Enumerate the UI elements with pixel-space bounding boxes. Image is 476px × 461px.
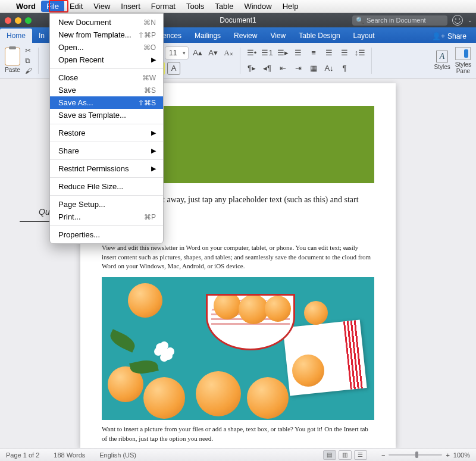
align-left-icon[interactable]: ☰ — [292, 46, 305, 59]
tab-home[interactable]: Home — [0, 29, 32, 43]
close-window-icon[interactable] — [5, 17, 11, 24]
app-menu[interactable]: Word — [11, 1, 41, 12]
paragraph-2[interactable]: Want to insert a picture from your files… — [102, 425, 374, 444]
tab-insert[interactable]: In — [32, 29, 45, 43]
menu-item-label: Close — [58, 73, 78, 82]
status-words[interactable]: 188 Words — [54, 451, 85, 459]
content-image[interactable] — [102, 277, 374, 420]
menu-tools[interactable]: Tools — [181, 1, 209, 12]
menu-format[interactable]: Format — [146, 1, 181, 12]
menu-item-restore[interactable]: Restore▶ — [50, 127, 163, 139]
format-painter-icon[interactable]: 🖌 — [25, 67, 33, 75]
zoom-slider[interactable] — [389, 454, 442, 456]
char-border-button[interactable]: A — [167, 62, 180, 75]
menu-item-save[interactable]: Save⌘S — [50, 84, 163, 96]
menu-item-properties[interactable]: Properties... — [50, 228, 163, 241]
share-icon: 👤+ — [432, 32, 445, 40]
menu-view[interactable]: View — [88, 1, 115, 12]
macos-menubar: Word File Edit View Insert Format Tools … — [0, 0, 476, 13]
tab-mailings[interactable]: Mailings — [188, 29, 227, 43]
styles-pane-button[interactable]: Styles Pane — [455, 47, 471, 74]
traffic-lights[interactable] — [5, 17, 32, 24]
shortcut-label: ⌘N — [143, 18, 156, 27]
menu-item-label: Restrict Permissions — [58, 164, 129, 173]
menu-item-open[interactable]: Open...⌘O — [50, 41, 163, 54]
line-spacing-icon[interactable]: ↕☰ — [353, 46, 367, 59]
menu-item-label: Print... — [58, 212, 81, 221]
shortcut-label: ⇧⌘P — [138, 31, 156, 39]
share-button[interactable]: 👤+Share — [427, 30, 471, 43]
tab-view[interactable]: View — [264, 29, 292, 43]
tab-table-design[interactable]: Table Design — [292, 29, 346, 43]
menu-item-new-document[interactable]: New Document⌘N — [50, 16, 163, 29]
status-page[interactable]: Page 1 of 2 — [6, 451, 39, 459]
rtl-icon[interactable]: ◂¶ — [261, 62, 274, 75]
borders-icon[interactable]: ▦ — [307, 62, 320, 75]
menu-file[interactable]: File — [41, 1, 64, 12]
zoom-control[interactable]: − + 100% — [381, 451, 470, 459]
font-size-combo[interactable]: 11 — [165, 46, 189, 59]
menu-item-save-as[interactable]: Save As...⇧⌘S — [50, 96, 163, 109]
document-title: Document1 — [220, 16, 256, 24]
search-placeholder: Search in Document — [367, 17, 426, 24]
menu-item-restrict-permissions[interactable]: Restrict Permissions▶ — [50, 162, 163, 175]
paste-icon — [5, 48, 20, 65]
grow-font-icon[interactable]: A▴ — [191, 46, 204, 59]
tab-review[interactable]: Review — [227, 29, 264, 43]
menu-edit[interactable]: Edit — [64, 1, 88, 12]
status-language[interactable]: English (US) — [99, 451, 136, 459]
paste-label: Paste — [5, 67, 20, 73]
zoom-value[interactable]: 100% — [453, 451, 470, 459]
inc-indent-icon[interactable]: ⇥ — [292, 62, 305, 75]
justify-icon[interactable]: ☰ — [338, 46, 351, 59]
menu-item-label: Reduce File Size... — [58, 182, 123, 191]
search-input[interactable]: 🔍 Search in Document — [352, 15, 447, 26]
show-marks-icon[interactable]: ¶ — [338, 62, 351, 75]
peach-graphic — [247, 377, 289, 419]
paragraph-1[interactable]: View and edit this newsletter in Word on… — [102, 243, 374, 272]
ltr-icon[interactable]: ¶▸ — [245, 62, 258, 75]
multilevel-icon[interactable]: ☰▸ — [276, 46, 289, 59]
web-layout-view-icon[interactable]: ▥ — [339, 450, 352, 460]
menu-item-print[interactable]: Print...⌘P — [50, 211, 163, 223]
zoom-window-icon[interactable] — [25, 17, 32, 24]
shrink-font-icon[interactable]: A▾ — [206, 46, 220, 59]
menu-window[interactable]: Window — [239, 1, 277, 12]
dec-indent-icon[interactable]: ⇤ — [276, 62, 289, 75]
submenu-arrow-icon: ▶ — [151, 147, 156, 155]
styles-pane-icon — [455, 47, 471, 60]
copy-icon[interactable]: ⧉ — [25, 57, 33, 65]
menu-table[interactable]: Table — [209, 1, 239, 12]
menu-help[interactable]: Help — [277, 1, 304, 12]
menu-item-label: Open Recent — [58, 55, 104, 64]
menu-item-new-from-template[interactable]: New from Template...⇧⌘P — [50, 29, 163, 41]
cut-icon[interactable]: ✂ — [25, 46, 33, 55]
clear-format-icon[interactable]: Aₓ — [222, 46, 235, 59]
align-right-icon[interactable]: ☰ — [322, 46, 336, 59]
align-center-icon[interactable]: ≡ — [307, 46, 320, 59]
menu-item-reduce-file-size[interactable]: Reduce File Size... — [50, 180, 163, 193]
sort-icon[interactable]: A↓ — [322, 62, 336, 75]
menu-insert[interactable]: Insert — [115, 1, 146, 12]
menu-item-page-setup[interactable]: Page Setup... — [50, 198, 163, 211]
zoom-out-icon[interactable]: − — [381, 451, 385, 459]
menu-item-share[interactable]: Share▶ — [50, 145, 163, 157]
shortcut-label: ⌘S — [144, 86, 156, 95]
paste-group[interactable]: Paste — [5, 48, 20, 73]
menu-item-label: Properties... — [58, 230, 100, 239]
chevron-down-icon[interactable]: ⌄ — [468, 17, 472, 23]
print-layout-view-icon[interactable]: ▤ — [323, 450, 336, 460]
numbering-icon[interactable]: ☰1 — [261, 46, 274, 59]
menu-item-open-recent[interactable]: Open Recent▶ — [50, 54, 163, 66]
styles-button[interactable]: A Styles — [434, 51, 450, 70]
menu-item-close[interactable]: Close⌘W — [50, 71, 163, 84]
outline-view-icon[interactable]: ☰ — [354, 450, 367, 460]
zoom-in-icon[interactable]: + — [446, 451, 449, 459]
minimize-window-icon[interactable] — [15, 17, 21, 24]
peach-graphic — [214, 294, 241, 319]
bullets-icon[interactable]: ☰• — [245, 46, 258, 59]
styles-pane-label: Styles Pane — [455, 61, 471, 74]
menu-item-save-as-template[interactable]: Save as Template... — [50, 109, 163, 121]
feedback-icon[interactable] — [452, 15, 463, 26]
tab-layout[interactable]: Layout — [347, 29, 381, 43]
